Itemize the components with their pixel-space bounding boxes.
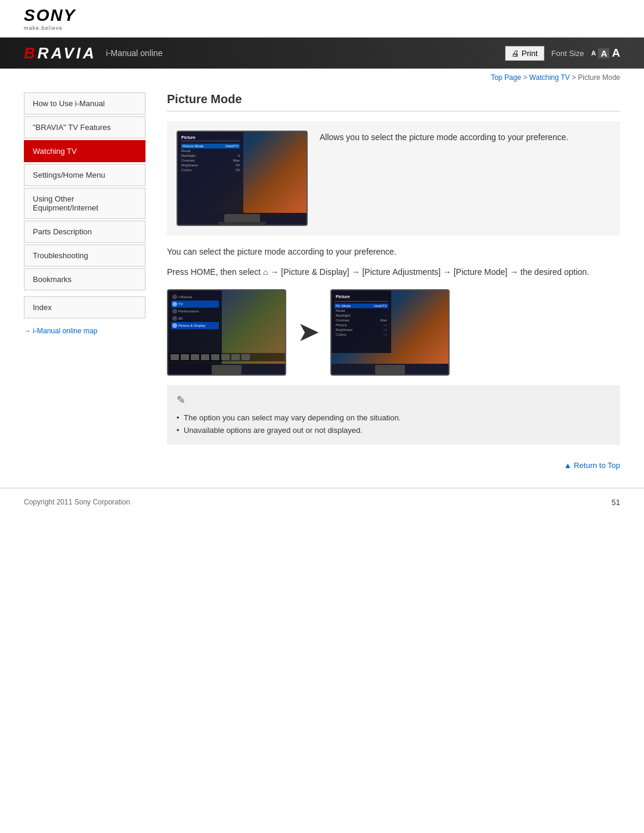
bravia-logo: BRAVIA: [24, 44, 97, 63]
font-size-controls: A A A: [591, 47, 620, 60]
bottom-icon-3: [201, 354, 209, 360]
step2-row-4: Picture—: [335, 323, 388, 327]
tv-menu-row-3: ContrastMax: [181, 158, 240, 163]
content-area: Picture Mode Picture Picture ModeVivid/T…: [155, 86, 620, 482]
note-item-1: Unavailable options are grayed out or no…: [177, 424, 611, 436]
sony-brand-text: SONY: [24, 6, 76, 25]
bottom-icon-5: [221, 354, 230, 360]
top-bar: SONY make.believe: [0, 0, 644, 38]
bottom-icon-6: [231, 354, 240, 360]
notes-section: ✎ The option you can select may vary dep…: [167, 385, 620, 445]
font-small-button[interactable]: A: [591, 49, 596, 57]
step2-row-2: Backlight-: [335, 313, 388, 318]
step1-menu-left: i-Manual TV Performance 3D Picture & Dis: [168, 290, 222, 374]
font-size-label: Font Size: [552, 49, 584, 58]
bottom-icon-0: [171, 354, 179, 360]
bottom-icon-1: [181, 354, 189, 360]
tv-screen-inner: Picture Picture ModeVivid/TV Reset Backl…: [178, 132, 306, 213]
tv-screenshot-main: Picture Picture ModeVivid/TV Reset Backl…: [177, 131, 308, 226]
sidebar-item-bravia-features[interactable]: "BRAVIA" TV Features: [24, 116, 145, 138]
note-item-0: The option you can select may vary depen…: [177, 411, 611, 424]
sony-logo: SONY make.believe: [24, 6, 620, 31]
sidebar-item-parts-description[interactable]: Parts Description: [24, 221, 145, 243]
breadcrumb-watching-tv[interactable]: Watching TV: [530, 73, 570, 82]
sidebar: How to Use i-Manual "BRAVIA" TV Features…: [24, 86, 155, 482]
step1-menu-item-1: TV: [171, 301, 219, 308]
step2-row-0: Pic ModeVivid/TV: [335, 304, 388, 308]
step1-menu-item-0: i-Manual: [171, 293, 219, 301]
bottom-icon-7: [242, 354, 250, 360]
step1-menu-overlay: i-Manual TV Performance 3D Picture & Dis: [168, 290, 285, 374]
breadcrumb-top-page[interactable]: Top Page: [491, 73, 521, 82]
steps-section: i-Manual TV Performance 3D Picture & Dis: [167, 289, 620, 376]
breadcrumb-sep2: >: [572, 73, 578, 82]
tv-stand: [224, 214, 260, 225]
font-large-button[interactable]: A: [612, 47, 620, 60]
sidebar-item-bookmarks[interactable]: Bookmarks: [24, 268, 145, 290]
bravia-right: 🖨 Print Font Size A A A: [505, 46, 620, 61]
sidebar-index[interactable]: Index: [24, 296, 145, 318]
sidebar-item-troubleshooting[interactable]: Troubleshooting: [24, 244, 145, 267]
step1-screenshot: i-Manual TV Performance 3D Picture & Dis: [167, 289, 286, 376]
manual-title: i-Manual online: [106, 48, 163, 58]
print-button[interactable]: 🖨 Print: [505, 46, 544, 61]
return-to-top-link[interactable]: ▲ Return to Top: [564, 461, 620, 470]
step1-menu-item-2: Performance: [171, 308, 219, 315]
sidebar-item-settings[interactable]: Settings/Home Menu: [24, 164, 145, 186]
notes-icon: ✎: [177, 394, 611, 407]
step2-row-6: Colour—: [335, 332, 388, 337]
sidebar-item-how-to-use[interactable]: How to Use i-Manual: [24, 92, 145, 114]
main-content: How to Use i-Manual "BRAVIA" TV Features…: [0, 86, 644, 482]
step-arrow-icon: ➤: [298, 318, 318, 346]
step2-row-3: ContrastMax: [335, 318, 388, 323]
step1-stand: [212, 365, 242, 374]
tv-menu-row-0: Picture ModeVivid/TV: [181, 144, 240, 148]
sony-tagline: make.believe: [24, 25, 63, 31]
sidebar-map-link[interactable]: → i-Manual online map: [24, 324, 145, 337]
intro-text: Allows you to select the picture mode ac…: [320, 131, 568, 226]
footer: Copyright 2011 Sony Corporation 51: [0, 488, 644, 516]
bottom-icon-4: [211, 354, 219, 360]
page-title: Picture Mode: [167, 92, 620, 112]
tv-menu-row-4: Brightness50: [181, 163, 240, 168]
step2-menu: Picture Pic ModeVivid/TV Reset Backlight…: [332, 290, 391, 353]
step2-screenshot: Picture Pic ModeVivid/TV Reset Backlight…: [330, 289, 450, 376]
intro-section: Picture Picture ModeVivid/TV Reset Backl…: [167, 121, 620, 236]
tv-menu-row-2: Backlight0: [181, 153, 240, 158]
step1-bottom-icons: [168, 353, 285, 361]
breadcrumb-current: Picture Mode: [578, 73, 620, 82]
step1-menu-item-3: 3D: [171, 315, 219, 322]
body-text-2: Press HOME, then select ⌂ → [Picture & D…: [167, 265, 620, 280]
step1-menu-item-4: Picture & Display: [171, 322, 219, 329]
tv-menu-title: Picture: [181, 135, 240, 141]
step2-row-1: Reset: [335, 308, 388, 313]
breadcrumb-sep1: >: [523, 73, 529, 82]
return-to-top-area: ▲ Return to Top: [167, 454, 620, 476]
breadcrumb: Top Page > Watching TV > Picture Mode: [0, 69, 644, 86]
tv-menu-row-5: Colour50: [181, 168, 240, 172]
footer-copyright: Copyright 2011 Sony Corporation: [24, 498, 130, 506]
font-medium-button[interactable]: A: [598, 48, 609, 58]
tv-menu-overlay: Picture Picture ModeVivid/TV Reset Backl…: [178, 132, 243, 213]
step2-stand: [375, 365, 405, 374]
body-text-1: You can select the picture mode accordin…: [167, 245, 620, 259]
sidebar-item-other-equipment[interactable]: Using Other Equipment/Internet: [24, 188, 145, 219]
bottom-icon-2: [191, 354, 199, 360]
sidebar-item-watching-tv[interactable]: Watching TV: [24, 140, 145, 162]
footer-page-number: 51: [612, 498, 620, 507]
print-icon: 🖨: [512, 49, 519, 58]
bravia-bar: BRAVIA i-Manual online 🖨 Print Font Size…: [0, 38, 644, 69]
step2-row-5: Brightness—: [335, 327, 388, 332]
tv-menu-row-1: Reset: [181, 148, 240, 153]
bravia-left: BRAVIA i-Manual online: [24, 44, 163, 63]
step2-screen: Picture Pic ModeVivid/TV Reset Backlight…: [332, 290, 448, 364]
